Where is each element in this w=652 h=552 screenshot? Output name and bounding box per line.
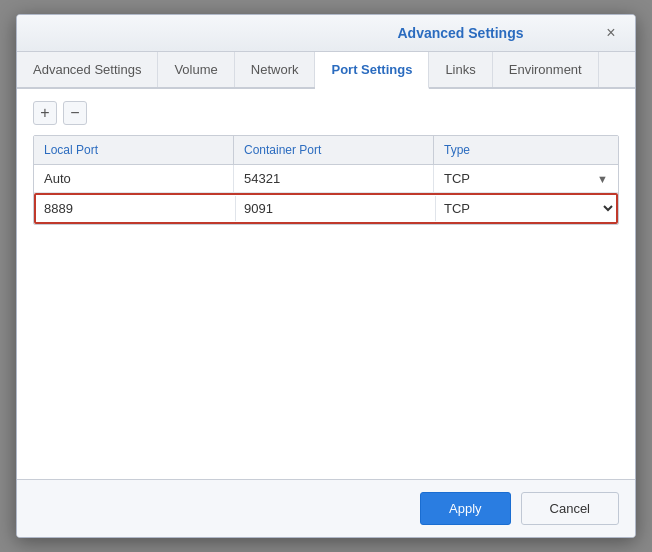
tab-advanced-settings[interactable]: Advanced Settings (17, 52, 158, 87)
type-select[interactable]: TCP UDP (436, 195, 616, 222)
table-header: Local Port Container Port Type (34, 136, 618, 165)
col-header-local-port: Local Port (34, 136, 234, 164)
col-header-type: Type (434, 136, 618, 164)
tab-environment[interactable]: Environment (493, 52, 599, 87)
type-cell-edit: TCP UDP (436, 195, 616, 222)
col-header-container-port: Container Port (234, 136, 434, 164)
table-row: Auto 54321 TCP ▼ (34, 165, 618, 193)
add-port-button[interactable]: + (33, 101, 57, 125)
remove-port-button[interactable]: − (63, 101, 87, 125)
advanced-settings-dialog: Advanced Settings × Advanced Settings Vo… (16, 14, 636, 538)
container-port-cell-edit (236, 196, 436, 221)
tab-volume[interactable]: Volume (158, 52, 234, 87)
container-port-cell: 54321 (234, 165, 434, 192)
cancel-button[interactable]: Cancel (521, 492, 619, 525)
type-cell: TCP ▼ (434, 165, 618, 192)
dialog-title: Advanced Settings (318, 25, 603, 41)
port-toolbar: + − (33, 101, 619, 125)
port-table: Local Port Container Port Type Auto 5432… (33, 135, 619, 225)
local-port-input[interactable] (36, 196, 235, 221)
tab-content: + − Local Port Container Port Type Auto … (17, 89, 635, 479)
title-bar: Advanced Settings × (17, 15, 635, 52)
dialog-footer: Apply Cancel (17, 479, 635, 537)
tab-port-settings[interactable]: Port Settings (315, 52, 429, 89)
table-row-editing: TCP UDP (34, 193, 618, 224)
apply-button[interactable]: Apply (420, 492, 511, 525)
type-dropdown-arrow[interactable]: ▼ (597, 173, 608, 185)
container-port-input[interactable] (236, 196, 435, 221)
type-value: TCP (444, 171, 470, 186)
tab-links[interactable]: Links (429, 52, 492, 87)
local-port-cell: Auto (34, 165, 234, 192)
tab-network[interactable]: Network (235, 52, 316, 87)
close-button[interactable]: × (603, 25, 619, 41)
local-port-cell-edit (36, 196, 236, 221)
tab-bar: Advanced Settings Volume Network Port Se… (17, 52, 635, 89)
